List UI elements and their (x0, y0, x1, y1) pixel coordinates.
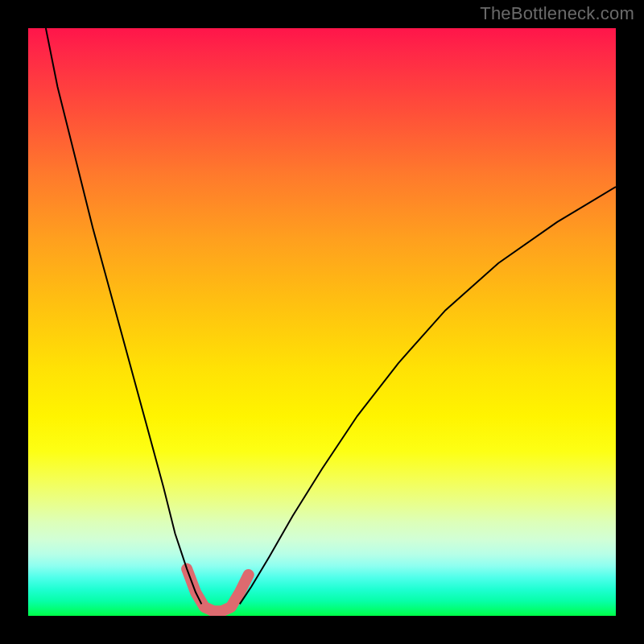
trough-highlight-path (187, 569, 249, 612)
watermark-text: TheBottleneck.com (480, 3, 634, 24)
chart-svg (28, 28, 616, 616)
left-branch-path (46, 28, 201, 604)
chart-plot-area (28, 28, 616, 616)
right-branch-path (240, 187, 616, 604)
